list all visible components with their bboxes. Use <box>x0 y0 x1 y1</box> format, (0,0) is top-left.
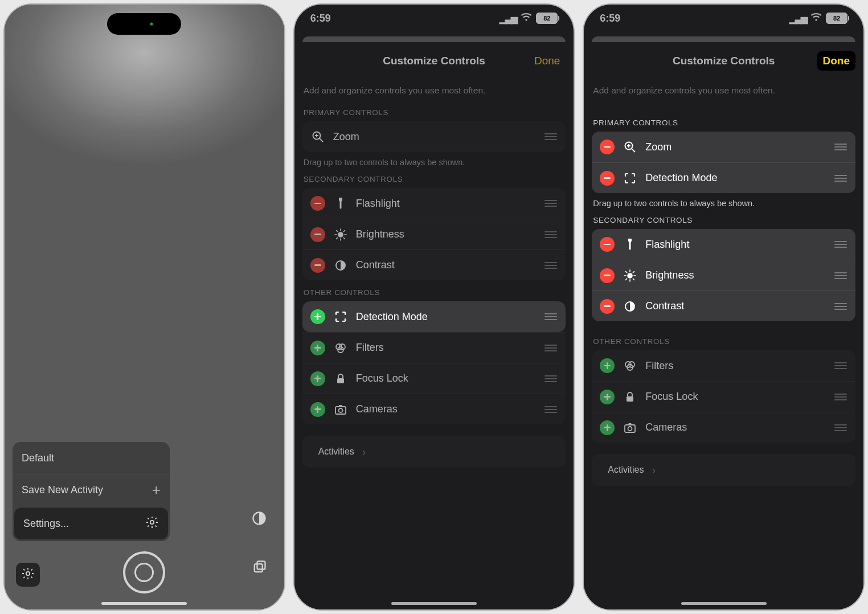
row-detection-mode[interactable]: Detection Mode <box>592 162 855 193</box>
brightness-icon <box>333 228 348 241</box>
row-zoom[interactable]: Zoom <box>592 132 855 162</box>
behind-card <box>302 36 566 42</box>
row-flashlight[interactable]: Flashlight <box>302 188 566 219</box>
remove-icon[interactable] <box>310 258 325 273</box>
drag-handle[interactable] <box>544 406 558 413</box>
primary-header: PRIMARY CONTROLS <box>304 108 565 117</box>
drag-handle[interactable] <box>834 362 847 369</box>
add-icon[interactable] <box>600 390 615 404</box>
row-filters[interactable]: Filters <box>592 350 855 381</box>
done-button[interactable]: Done <box>529 51 566 71</box>
drag-handle[interactable] <box>544 375 558 382</box>
wifi-icon <box>810 11 822 26</box>
remove-icon[interactable] <box>600 171 615 186</box>
row-label: Activities <box>608 465 644 475</box>
drag-handle[interactable] <box>834 144 847 150</box>
svg-line-6 <box>320 138 323 142</box>
row-focus-lock[interactable]: Focus Lock <box>302 363 566 394</box>
row-brightness[interactable]: Brightness <box>302 219 566 249</box>
svg-point-24 <box>338 408 342 412</box>
home-indicator[interactable] <box>681 602 767 605</box>
row-activities[interactable]: Activities › <box>302 436 566 468</box>
row-label: Activities <box>318 447 354 457</box>
row-label: Detection Mode <box>356 311 537 323</box>
drag-handle[interactable] <box>544 200 558 207</box>
add-icon[interactable] <box>310 341 325 355</box>
row-label: Filters <box>356 342 537 354</box>
svg-point-35 <box>628 273 632 278</box>
remove-icon[interactable] <box>600 268 615 283</box>
row-contrast[interactable]: Contrast <box>302 249 566 280</box>
detection-icon <box>333 310 348 324</box>
row-filters[interactable]: Filters <box>302 332 566 363</box>
add-icon[interactable] <box>310 309 325 324</box>
secondary-group: Flashlight Brightness Contrast <box>592 229 855 321</box>
row-cameras[interactable]: Cameras <box>592 412 855 443</box>
primary-hint: Drag up to two controls to always be sho… <box>304 158 565 167</box>
sheet-subtitle: Add and organize controls you use most o… <box>593 85 854 96</box>
svg-rect-22 <box>337 378 344 383</box>
row-label: Filters <box>645 360 826 372</box>
row-label: Detection Mode <box>645 172 826 184</box>
svg-rect-49 <box>625 425 635 432</box>
contrast-icon <box>623 300 637 313</box>
row-label: Cameras <box>356 403 537 415</box>
drag-handle[interactable] <box>544 313 558 320</box>
home-indicator[interactable] <box>391 602 477 605</box>
remove-icon[interactable] <box>600 299 615 314</box>
other-group: Filters Focus Lock Cameras <box>592 350 855 443</box>
camera-icon <box>623 421 637 435</box>
row-zoom[interactable]: Zoom <box>302 121 566 152</box>
row-brightness[interactable]: Brightness <box>592 260 855 290</box>
primary-group: Zoom Detection Mode <box>592 132 855 193</box>
row-label: Focus Lock <box>356 373 537 384</box>
customize-sheet: Customize Controls Done Add and organize… <box>294 44 574 609</box>
phone-customize-before: 6:59 ▁▃▅ 82 Customize Controls Done Add … <box>293 3 575 611</box>
drag-handle[interactable] <box>544 262 558 269</box>
chevron-right-icon: › <box>652 464 656 477</box>
secondary-header: SECONDARY CONTROLS <box>304 175 565 183</box>
phone-customize-after: 6:59 ▁▃▅ 82 Customize Controls Done Add … <box>583 3 865 611</box>
signal-icon: ▁▃▅ <box>499 13 517 24</box>
row-focus-lock[interactable]: Focus Lock <box>592 381 855 412</box>
remove-icon[interactable] <box>310 196 325 211</box>
battery-icon: 82 <box>826 13 847 24</box>
other-group: Detection Mode Filters Focus Lock Camera… <box>302 301 566 424</box>
chevron-right-icon: › <box>362 445 366 459</box>
other-header: OTHER CONTROLS <box>304 288 565 297</box>
add-icon[interactable] <box>310 402 325 417</box>
remove-icon[interactable] <box>310 227 325 242</box>
done-button[interactable]: Done <box>817 51 856 71</box>
drag-handle[interactable] <box>834 272 847 279</box>
drag-handle[interactable] <box>834 241 847 248</box>
camera-icon <box>333 403 348 416</box>
add-icon[interactable] <box>310 371 325 386</box>
row-flashlight[interactable]: Flashlight <box>592 229 855 260</box>
drag-handle[interactable] <box>544 231 558 238</box>
remove-icon[interactable] <box>600 140 615 154</box>
sheet-subtitle: Add and organize controls you use most o… <box>304 85 565 96</box>
detection-icon <box>623 171 637 185</box>
svg-line-42 <box>626 279 627 280</box>
battery-icon: 82 <box>536 13 558 24</box>
drag-handle[interactable] <box>544 133 558 140</box>
drag-handle[interactable] <box>834 303 847 310</box>
row-activities[interactable]: Activities › <box>592 454 855 486</box>
lock-icon <box>623 390 637 404</box>
row-contrast[interactable]: Contrast <box>592 290 855 321</box>
secondary-header: SECONDARY CONTROLS <box>593 216 854 224</box>
remove-icon[interactable] <box>600 237 615 252</box>
row-cameras[interactable]: Cameras <box>302 394 566 424</box>
drag-handle[interactable] <box>834 424 847 431</box>
status-time: 6:59 <box>600 13 620 24</box>
drag-handle[interactable] <box>544 345 558 351</box>
add-icon[interactable] <box>600 420 615 435</box>
svg-line-17 <box>343 230 345 231</box>
row-label: Focus Lock <box>645 391 826 403</box>
zoom-icon <box>310 130 325 144</box>
status-bar: 6:59 ▁▃▅ 82 <box>294 5 574 32</box>
add-icon[interactable] <box>600 358 615 373</box>
drag-handle[interactable] <box>834 175 847 182</box>
drag-handle[interactable] <box>834 394 847 400</box>
row-detection-mode[interactable]: Detection Mode <box>302 301 566 332</box>
